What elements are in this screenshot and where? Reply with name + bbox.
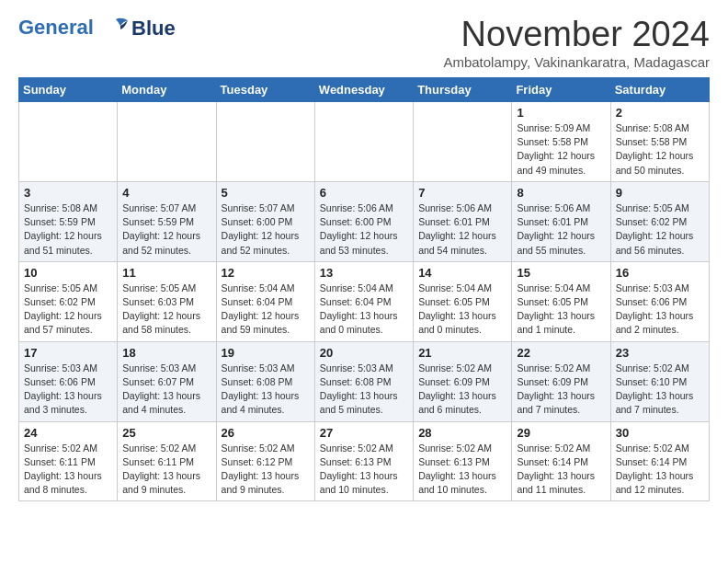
day-info: Sunrise: 5:07 AM Sunset: 5:59 PM Dayligh… — [122, 201, 210, 258]
day-info: Sunrise: 5:07 AM Sunset: 6:00 PM Dayligh… — [222, 201, 310, 258]
calendar-cell: 28Sunrise: 5:02 AM Sunset: 6:13 PM Dayli… — [414, 421, 512, 501]
day-info: Sunrise: 5:04 AM Sunset: 6:04 PM Dayligh… — [222, 282, 310, 338]
day-number: 26 — [222, 426, 310, 440]
calendar-week-row: 10Sunrise: 5:05 AM Sunset: 6:02 PM Dayli… — [19, 261, 710, 341]
title-block: November 2024 Ambatolampy, Vakinankaratr… — [443, 15, 710, 70]
day-number: 20 — [320, 346, 408, 360]
day-number: 30 — [616, 426, 704, 440]
day-info: Sunrise: 5:03 AM Sunset: 6:06 PM Dayligh… — [616, 282, 704, 338]
day-number: 18 — [122, 346, 210, 360]
calendar-week-row: 1Sunrise: 5:09 AM Sunset: 5:58 PM Daylig… — [19, 102, 710, 182]
day-number: 23 — [616, 346, 704, 360]
calendar-cell: 3Sunrise: 5:08 AM Sunset: 5:59 PM Daylig… — [19, 181, 118, 261]
calendar-cell: 6Sunrise: 5:06 AM Sunset: 6:00 PM Daylig… — [314, 181, 413, 261]
calendar-week-row: 17Sunrise: 5:03 AM Sunset: 6:06 PM Dayli… — [19, 341, 710, 421]
day-info: Sunrise: 5:06 AM Sunset: 6:01 PM Dayligh… — [517, 201, 605, 258]
day-number: 17 — [24, 346, 112, 360]
day-info: Sunrise: 5:03 AM Sunset: 6:06 PM Dayligh… — [24, 362, 112, 418]
day-info: Sunrise: 5:08 AM Sunset: 5:59 PM Dayligh… — [24, 201, 112, 258]
calendar-cell: 7Sunrise: 5:06 AM Sunset: 6:01 PM Daylig… — [414, 181, 512, 261]
calendar-cell: 8Sunrise: 5:06 AM Sunset: 6:01 PM Daylig… — [512, 181, 610, 261]
calendar-cell: 17Sunrise: 5:03 AM Sunset: 6:06 PM Dayli… — [19, 341, 118, 421]
calendar-cell: 20Sunrise: 5:03 AM Sunset: 6:08 PM Dayli… — [314, 341, 413, 421]
calendar-cell: 24Sunrise: 5:02 AM Sunset: 6:11 PM Dayli… — [19, 421, 118, 501]
day-info: Sunrise: 5:04 AM Sunset: 6:04 PM Dayligh… — [320, 282, 408, 338]
calendar-cell: 23Sunrise: 5:02 AM Sunset: 6:10 PM Dayli… — [610, 341, 709, 421]
month-title: November 2024 — [443, 15, 710, 54]
day-number: 14 — [418, 266, 506, 280]
calendar-table: SundayMondayTuesdayWednesdayThursdayFrid… — [18, 77, 710, 501]
day-number: 11 — [122, 266, 210, 280]
day-number: 7 — [418, 186, 506, 200]
calendar-cell: 29Sunrise: 5:02 AM Sunset: 6:14 PM Dayli… — [512, 421, 610, 501]
col-header-saturday: Saturday — [610, 78, 709, 102]
day-number: 3 — [24, 186, 112, 200]
day-number: 4 — [122, 186, 210, 200]
day-info: Sunrise: 5:02 AM Sunset: 6:12 PM Dayligh… — [222, 442, 310, 498]
day-number: 29 — [517, 426, 605, 440]
day-info: Sunrise: 5:03 AM Sunset: 6:07 PM Dayligh… — [122, 362, 210, 418]
calendar-cell: 22Sunrise: 5:02 AM Sunset: 6:09 PM Dayli… — [512, 341, 610, 421]
day-number: 6 — [320, 186, 408, 200]
col-header-friday: Friday — [512, 78, 610, 102]
day-number: 5 — [222, 186, 310, 200]
day-number: 13 — [320, 266, 408, 280]
calendar-cell: 21Sunrise: 5:02 AM Sunset: 6:09 PM Dayli… — [414, 341, 512, 421]
day-info: Sunrise: 5:02 AM Sunset: 6:09 PM Dayligh… — [418, 362, 506, 418]
calendar-cell: 1Sunrise: 5:09 AM Sunset: 5:58 PM Daylig… — [512, 102, 610, 182]
header: General Blue November 2024 Ambatolampy, … — [18, 15, 710, 70]
day-number: 19 — [222, 346, 310, 360]
day-number: 28 — [418, 426, 506, 440]
day-number: 27 — [320, 426, 408, 440]
day-number: 15 — [517, 266, 605, 280]
calendar-cell: 2Sunrise: 5:08 AM Sunset: 5:58 PM Daylig… — [610, 102, 709, 182]
day-number: 9 — [616, 186, 704, 200]
day-number: 12 — [222, 266, 310, 280]
day-info: Sunrise: 5:02 AM Sunset: 6:14 PM Dayligh… — [616, 442, 704, 498]
day-info: Sunrise: 5:03 AM Sunset: 6:08 PM Dayligh… — [222, 362, 310, 418]
location-subtitle: Ambatolampy, Vakinankaratra, Madagascar — [443, 54, 710, 70]
calendar-cell — [414, 102, 512, 182]
calendar-cell — [19, 102, 118, 182]
day-number: 22 — [517, 346, 605, 360]
day-number: 21 — [418, 346, 506, 360]
col-header-wednesday: Wednesday — [314, 78, 413, 102]
day-number: 8 — [517, 186, 605, 200]
day-number: 24 — [24, 426, 112, 440]
day-info: Sunrise: 5:03 AM Sunset: 6:08 PM Dayligh… — [320, 362, 408, 418]
calendar-cell — [118, 102, 216, 182]
col-header-thursday: Thursday — [414, 78, 512, 102]
calendar-week-row: 24Sunrise: 5:02 AM Sunset: 6:11 PM Dayli… — [19, 421, 710, 501]
day-info: Sunrise: 5:02 AM Sunset: 6:10 PM Dayligh… — [616, 362, 704, 418]
calendar-cell: 18Sunrise: 5:03 AM Sunset: 6:07 PM Dayli… — [118, 341, 216, 421]
calendar-cell: 25Sunrise: 5:02 AM Sunset: 6:11 PM Dayli… — [118, 421, 216, 501]
day-number: 1 — [517, 106, 605, 120]
calendar-cell: 9Sunrise: 5:05 AM Sunset: 6:02 PM Daylig… — [610, 181, 709, 261]
col-header-sunday: Sunday — [19, 78, 118, 102]
day-info: Sunrise: 5:09 AM Sunset: 5:58 PM Dayligh… — [517, 121, 605, 178]
day-number: 10 — [24, 266, 112, 280]
calendar-cell — [216, 102, 314, 182]
day-info: Sunrise: 5:02 AM Sunset: 6:13 PM Dayligh… — [418, 442, 506, 498]
day-info: Sunrise: 5:06 AM Sunset: 6:01 PM Dayligh… — [418, 201, 506, 258]
day-info: Sunrise: 5:04 AM Sunset: 6:05 PM Dayligh… — [418, 282, 506, 338]
calendar-cell: 30Sunrise: 5:02 AM Sunset: 6:14 PM Dayli… — [610, 421, 709, 501]
col-header-tuesday: Tuesday — [216, 78, 314, 102]
logo-text: General — [18, 15, 130, 42]
calendar-week-row: 3Sunrise: 5:08 AM Sunset: 5:59 PM Daylig… — [19, 181, 710, 261]
day-info: Sunrise: 5:08 AM Sunset: 5:58 PM Dayligh… — [616, 121, 704, 178]
calendar-cell: 14Sunrise: 5:04 AM Sunset: 6:05 PM Dayli… — [414, 261, 512, 341]
col-header-monday: Monday — [118, 78, 216, 102]
calendar-cell — [314, 102, 413, 182]
calendar-cell: 15Sunrise: 5:04 AM Sunset: 6:05 PM Dayli… — [512, 261, 610, 341]
day-info: Sunrise: 5:04 AM Sunset: 6:05 PM Dayligh… — [517, 282, 605, 338]
day-info: Sunrise: 5:02 AM Sunset: 6:13 PM Dayligh… — [320, 442, 408, 498]
logo-blue: Blue — [131, 17, 176, 40]
calendar-cell: 12Sunrise: 5:04 AM Sunset: 6:04 PM Dayli… — [216, 261, 314, 341]
day-info: Sunrise: 5:05 AM Sunset: 6:03 PM Dayligh… — [122, 282, 210, 338]
calendar-cell: 19Sunrise: 5:03 AM Sunset: 6:08 PM Dayli… — [216, 341, 314, 421]
page: General Blue November 2024 Ambatolampy, … — [0, 0, 728, 516]
calendar-cell: 13Sunrise: 5:04 AM Sunset: 6:04 PM Dayli… — [314, 261, 413, 341]
calendar-cell: 4Sunrise: 5:07 AM Sunset: 5:59 PM Daylig… — [118, 181, 216, 261]
day-number: 2 — [616, 106, 704, 120]
